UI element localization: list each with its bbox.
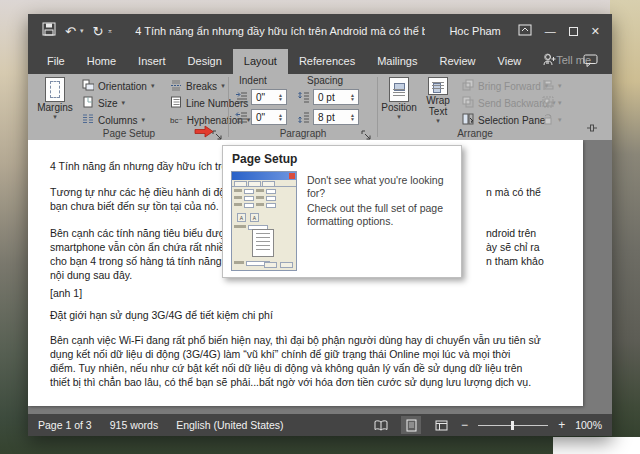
- tab-file[interactable]: File: [36, 49, 76, 74]
- breaks-icon: [170, 79, 182, 93]
- doc-text: thiết bị thì chẳn bao lâu, có thể bạn sẽ…: [50, 376, 531, 388]
- paragraph-group-label: Paragraph: [231, 128, 375, 139]
- word-count[interactable]: 915 words: [110, 419, 158, 431]
- indent-right-field[interactable]: 0" ▲▼: [251, 109, 287, 125]
- thumbnail-cancel-button: [280, 262, 293, 268]
- maximize-button[interactable]: [569, 27, 578, 36]
- spacing-after-value: 8 pt: [318, 112, 335, 123]
- print-layout-icon[interactable]: [401, 416, 421, 434]
- indent-left-spinner[interactable]: ▲▼: [276, 90, 285, 104]
- position-button[interactable]: Position ▾: [382, 77, 416, 125]
- wallpaper-cliff: [610, 0, 640, 454]
- language-indicator[interactable]: English (United States): [176, 419, 283, 431]
- spacing-after-field[interactable]: 8 pt ▲▼: [313, 109, 359, 125]
- size-icon: [82, 96, 94, 110]
- wrap-text-button[interactable]: Wrap Text ▾: [420, 77, 456, 125]
- collapse-ribbon-icon[interactable]: [586, 119, 598, 137]
- zoom-out-button[interactable]: −: [461, 418, 468, 432]
- margins-icon: [45, 77, 65, 102]
- comments-icon[interactable]: [583, 53, 598, 71]
- ribbon-tab-row: File Home Insert Design Layout Reference…: [28, 48, 612, 74]
- size-button[interactable]: Size▾: [82, 95, 125, 111]
- doc-text: n mà có thể: [486, 186, 541, 198]
- share-person-icon[interactable]: [542, 53, 557, 71]
- margins-button[interactable]: Margins ▾: [36, 77, 74, 125]
- group-objects-icon: [542, 96, 554, 110]
- rotate-button[interactable]: ▾: [542, 112, 562, 128]
- tab-home[interactable]: Home: [76, 49, 127, 74]
- zoom-slider[interactable]: [478, 425, 548, 426]
- spacing-after-spinner[interactable]: ▲▼: [348, 110, 357, 124]
- status-bar: Page 1 of 3 915 words English (United St…: [28, 414, 612, 436]
- position-icon: [389, 77, 409, 102]
- thumbnail-preview-page: [252, 229, 274, 257]
- tab-layout[interactable]: Layout: [233, 49, 288, 74]
- doc-text: n tham khảo: [486, 255, 544, 267]
- undo-dropdown-icon[interactable]: ▾: [80, 27, 84, 35]
- selection-pane-button[interactable]: Selection Pane: [462, 112, 545, 128]
- doc-text: 4 Tính năng ẩn nhưng đầy hữu ích trê: [50, 160, 227, 172]
- wrap-text-icon: [428, 77, 448, 95]
- title-bar: ↶ ▾ ↻ ⌅ 4 Tính năng ẩn nhưng đầy hữu ích…: [28, 14, 612, 48]
- align-icon: [542, 79, 554, 93]
- paragraph-dialog-launcher-icon[interactable]: [361, 127, 372, 138]
- save-icon[interactable]: [42, 22, 56, 40]
- minimize-button[interactable]: —: [545, 26, 556, 37]
- doc-text: [anh 1]: [50, 287, 82, 299]
- page-setup-screentip: Page Setup A A Don't see what you're: [222, 145, 462, 278]
- align-button[interactable]: ▾: [542, 78, 562, 94]
- bring-forward-icon: [462, 79, 474, 93]
- page-indicator[interactable]: Page 1 of 3: [38, 419, 92, 431]
- spacing-before-field[interactable]: 0 pt ▲▼: [313, 89, 359, 105]
- thumbnail-landscape-icon: A: [250, 213, 259, 222]
- redo-icon[interactable]: ↻: [92, 25, 103, 38]
- doc-text: ày sẽ chỉ ra: [486, 241, 540, 253]
- size-label: Size: [98, 98, 117, 109]
- read-mode-icon[interactable]: [371, 416, 391, 434]
- tab-view[interactable]: View: [487, 49, 533, 74]
- undo-icon[interactable]: ↶: [65, 25, 76, 38]
- tab-review[interactable]: Review: [429, 49, 487, 74]
- qat-customize-icon[interactable]: ⌅: [107, 27, 113, 35]
- spacing-after-icon: [297, 110, 310, 128]
- statusbar-left: Page 1 of 3 915 words English (United St…: [28, 419, 284, 431]
- white-overlay-patch: [553, 437, 640, 454]
- indent-right-spinner[interactable]: ▲▼: [276, 110, 285, 124]
- web-layout-icon[interactable]: [431, 416, 451, 434]
- zoom-in-button[interactable]: +: [558, 418, 565, 432]
- tab-references[interactable]: References: [288, 49, 366, 74]
- orientation-button[interactable]: Orientation▾: [82, 78, 154, 94]
- breaks-label: Breaks: [186, 81, 217, 92]
- screentip-hint: Check out the full set of page formattin…: [307, 202, 457, 228]
- breaks-button[interactable]: Breaks▾: [170, 78, 225, 94]
- group-objects-button[interactable]: ▾: [542, 95, 562, 111]
- tab-mailings[interactable]: Mailings: [366, 49, 428, 74]
- bring-forward-button[interactable]: Bring Forward▾: [462, 78, 548, 94]
- doc-text: nội dung sau đây.: [50, 269, 132, 281]
- zoom-slider-thumb[interactable]: [511, 421, 514, 430]
- indent-left-value: 0": [256, 92, 265, 103]
- indent-right-value: 0": [256, 112, 265, 123]
- doc-text: Bên cạnh việc Wi-Fi đang rất phổ biến hi…: [50, 334, 541, 346]
- doc-text: dụng kết nối dữ liệu di động (3G/4G) làm…: [50, 348, 510, 360]
- thumbnail-portrait-icon: A: [237, 213, 246, 222]
- close-button[interactable]: ✕: [591, 26, 600, 37]
- zoom-percentage[interactable]: 100%: [575, 419, 602, 431]
- desktop-wallpaper: ↶ ▾ ↻ ⌅ 4 Tính năng ẩn nhưng đầy hữu ích…: [0, 0, 640, 454]
- doc-text: smartphone vẫn còn ẩn chứa rất nhiề: [50, 241, 225, 253]
- page-setup-dialog-thumbnail: A A: [231, 171, 297, 271]
- tab-design[interactable]: Design: [177, 49, 233, 74]
- doc-text: Bên cạnh các tính năng tiêu biểu đượ: [50, 227, 226, 239]
- indent-left-field[interactable]: 0" ▲▼: [251, 89, 287, 105]
- spacing-before-spinner[interactable]: ▲▼: [348, 90, 357, 104]
- columns-button[interactable]: Columns▾: [82, 112, 145, 128]
- screentip-title: Page Setup: [232, 152, 297, 166]
- statusbar-right: − + 100%: [371, 416, 612, 434]
- quick-access-toolbar: ↶ ▾ ↻ ⌅: [28, 22, 113, 40]
- ribbon-display-options-icon[interactable]: [518, 22, 532, 40]
- signed-in-user[interactable]: Hoc Pham: [449, 25, 500, 37]
- doc-text: ndroid trên: [486, 227, 536, 239]
- orientation-icon: [82, 79, 94, 93]
- spacing-before-value: 0 pt: [318, 92, 335, 103]
- tab-insert[interactable]: Insert: [127, 49, 177, 74]
